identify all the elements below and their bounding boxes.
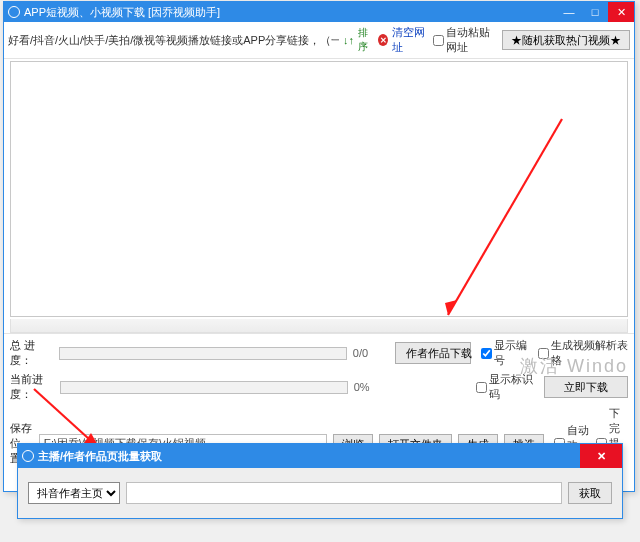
app-icon xyxy=(8,6,20,18)
current-progress-bar xyxy=(60,381,348,394)
current-progress-value: 0% xyxy=(354,381,385,393)
download-button[interactable]: 立即下载 xyxy=(544,376,628,398)
main-window: APP短视频、小视频下载 [因乔视频助手] — □ ✕ 好看/抖音/火山/快手/… xyxy=(3,1,635,492)
url-textarea[interactable] xyxy=(10,61,628,317)
main-titlebar: APP短视频、小视频下载 [因乔视频助手] — □ ✕ xyxy=(4,2,634,22)
sort-button[interactable]: ↓↑ xyxy=(343,33,354,47)
total-progress-value: 0/0 xyxy=(353,347,383,359)
author-works-button[interactable]: 作者作品下载 xyxy=(395,342,471,364)
maximize-button[interactable]: □ xyxy=(582,2,608,22)
dialog-close-button[interactable]: ✕ xyxy=(580,444,622,468)
clear-icon[interactable]: ✕ xyxy=(378,34,388,46)
window-title: APP短视频、小视频下载 [因乔视频助手] xyxy=(24,5,220,20)
toolbar: 好看/抖音/火山/快手/美拍/微视等视频播放链接或APP分享链接，（一行一个链接… xyxy=(4,22,634,59)
clear-url-link[interactable]: 清空网址 xyxy=(392,25,428,55)
total-progress-bar xyxy=(59,347,347,360)
source-select[interactable]: 抖音作者主页 xyxy=(28,482,120,504)
dialog-icon xyxy=(22,450,34,462)
textarea-scroll-corner xyxy=(10,319,628,333)
fetch-button[interactable]: 获取 xyxy=(568,482,612,504)
url-hint: 好看/抖音/火山/快手/美拍/微视等视频播放链接或APP分享链接，（一行一个链接… xyxy=(8,33,339,48)
current-progress-label: 当前进度： xyxy=(10,372,54,402)
dialog-window: 主播/作者作品页批量获取 ✕ 抖音作者主页 获取 xyxy=(17,443,623,519)
dialog-title: 主播/作者作品页批量获取 xyxy=(38,449,162,464)
author-url-input[interactable] xyxy=(126,482,562,504)
sort-label: 排序 xyxy=(358,26,375,54)
minimize-button[interactable]: — xyxy=(556,2,582,22)
autopaste-checkbox[interactable]: 自动粘贴网址 xyxy=(433,25,498,55)
dialog-titlebar: 主播/作者作品页批量获取 ✕ xyxy=(18,444,622,468)
watermark: 激活 Windo xyxy=(520,354,628,378)
close-button[interactable]: ✕ xyxy=(608,2,634,22)
dialog-body: 抖音作者主页 获取 xyxy=(18,468,622,518)
random-hot-button[interactable]: ★随机获取热门视频★ xyxy=(502,30,630,50)
total-progress-label: 总 进 度： xyxy=(10,338,53,368)
